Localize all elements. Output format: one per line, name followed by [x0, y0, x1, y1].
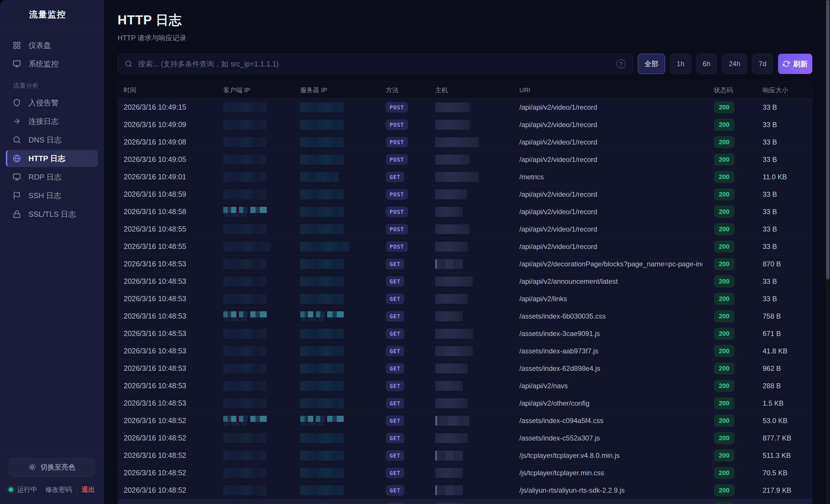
sidebar-item-intrusion-alerts[interactable]: 入侵告警 — [6, 94, 98, 111]
table-row[interactable]: 2026/3/16 10:48:53 GET /api/api/v2/navs … — [118, 377, 812, 395]
scrollbar-thumb[interactable] — [826, 0, 829, 279]
row-time: 2026/3/16 10:48:59 — [124, 190, 223, 198]
col-method: 方法 — [386, 86, 435, 95]
client-ip-redacted — [223, 172, 266, 182]
table-row[interactable]: 2026/3/16 10:48:59 POST /api/api/v2/vide… — [118, 186, 812, 203]
sidebar-item-label: SSL/TLS 日志 — [28, 209, 76, 220]
table-row[interactable]: 2026/3/16 10:49:08 POST /api/api/v2/vide… — [118, 133, 812, 151]
logout-link[interactable]: 退出 — [82, 485, 95, 494]
search-box[interactable]: ? — [118, 54, 633, 74]
sidebar-item-rdp-logs[interactable]: RDP 日志 — [6, 169, 98, 186]
row-size: 962 B — [751, 364, 806, 373]
client-ip-redacted — [223, 450, 266, 461]
row-time: 2026/3/16 10:48:53 — [124, 329, 223, 338]
row-uri: /js/aliyun-rts/aliyun-rts-sdk-2.2.9.js — [519, 486, 702, 495]
table-row[interactable]: 2026/3/16 10:48:53 GET /assets/index-6b0… — [118, 308, 812, 325]
method-badge: GET — [386, 276, 404, 287]
status-badge: 200 — [714, 154, 734, 166]
table-row[interactable]: 2026/3/16 10:49:05 POST /api/api/v2/vide… — [118, 151, 812, 168]
sidebar-item-dns-logs[interactable]: DNS 日志 — [6, 131, 98, 148]
table-row[interactable]: 2026/3/16 10:48:52 GET /js/aliyun-rts/al… — [118, 482, 812, 499]
table-row[interactable]: 2026/3/16 10:48:52 GET /assets/index-c55… — [118, 430, 812, 447]
table-row[interactable]: 2026/3/16 10:48:52 GET /js/player/DPlaye… — [118, 499, 812, 504]
refresh-button[interactable]: 刷新 — [778, 54, 812, 74]
time-filter-7d[interactable]: 7d — [752, 54, 773, 74]
table-row[interactable]: 2026/3/16 10:49:01 GET /metrics 200 11.0… — [118, 168, 812, 186]
table-row[interactable]: 2026/3/16 10:49:15 POST /api/api/v2/vide… — [118, 99, 812, 116]
sidebar-item-http-logs[interactable]: HTTP 日志 — [6, 150, 98, 167]
help-icon[interactable]: ? — [616, 59, 626, 68]
row-time: 2026/3/16 10:49:01 — [124, 173, 223, 181]
host-redacted — [435, 276, 473, 287]
row-time: 2026/3/16 10:49:15 — [124, 103, 223, 111]
server-ip-redacted — [300, 381, 344, 391]
sidebar-item-system-monitor[interactable]: 系统监控 — [6, 56, 98, 72]
table-row[interactable]: 2026/3/16 10:48:53 GET /api/api/v2/other… — [118, 395, 812, 412]
time-filter-all[interactable]: 全部 — [638, 54, 665, 74]
table-row[interactable]: 2026/3/16 10:48:52 GET /js/tcplayer/tcpl… — [118, 447, 812, 464]
client-ip-redacted — [223, 346, 266, 356]
table-row[interactable]: 2026/3/16 10:48:52 GET /assets/index-c09… — [118, 412, 812, 430]
server-ip-redacted — [300, 468, 344, 478]
client-ip-redacted — [223, 485, 266, 495]
client-ip-redacted — [223, 137, 266, 147]
status-badge: 200 — [714, 432, 734, 444]
table-row[interactable]: 2026/3/16 10:48:53 GET /api/api/v2/decor… — [118, 255, 812, 273]
row-size: 33 B — [751, 190, 806, 198]
sidebar-item-label: HTTP 日志 — [28, 154, 65, 164]
sidebar-item-dashboard[interactable]: 仪表盘 — [6, 37, 98, 54]
host-redacted — [435, 398, 468, 408]
sidebar-item-label: 入侵告警 — [28, 98, 59, 108]
sidebar-item-connection-logs[interactable]: 连接日志 — [6, 113, 98, 130]
sidebar-item-ssh-logs[interactable]: SSH 日志 — [6, 187, 98, 204]
time-filter-6h[interactable]: 6h — [696, 54, 717, 74]
time-filter-24h[interactable]: 24h — [722, 54, 747, 74]
host-redacted — [435, 242, 468, 251]
row-size: 870 B — [751, 260, 806, 268]
table-row[interactable]: 2026/3/16 10:48:55 POST /api/api/v2/vide… — [118, 221, 812, 238]
client-ip-redacted — [223, 364, 266, 373]
server-ip-redacted — [300, 311, 344, 321]
row-time: 2026/3/16 10:48:53 — [124, 399, 223, 407]
table-row[interactable]: 2026/3/16 10:48:55 POST /api/api/v2/vide… — [118, 238, 812, 255]
time-filter-1h[interactable]: 1h — [670, 54, 691, 74]
host-redacted — [435, 294, 468, 304]
sidebar-item-ssl-tls-logs[interactable]: SSL/TLS 日志 — [6, 206, 98, 223]
row-size: 877.7 KB — [751, 434, 806, 442]
status-badge: 200 — [714, 119, 734, 131]
table-row[interactable]: 2026/3/16 10:49:09 POST /api/api/v2/vide… — [118, 116, 812, 133]
change-password-link[interactable]: 修改密码 — [45, 485, 72, 494]
row-uri: /api/api/v2/video/1/record — [519, 103, 702, 111]
row-time: 2026/3/16 10:48:53 — [124, 277, 223, 285]
col-server-ip: 服务器 IP — [300, 86, 386, 95]
server-ip-redacted — [300, 276, 344, 287]
table-row[interactable]: 2026/3/16 10:48:53 GET /assets/index-aab… — [118, 342, 812, 360]
search-input[interactable] — [138, 60, 611, 68]
status-badge: 200 — [714, 380, 734, 392]
host-redacted — [435, 120, 470, 130]
method-badge: GET — [386, 503, 404, 504]
row-uri: /api/api/v2/video/1/record — [519, 190, 702, 198]
client-ip-redacted — [223, 276, 266, 287]
table-row[interactable]: 2026/3/16 10:48:58 POST /api/api/v2/vide… — [118, 203, 812, 221]
table-row[interactable]: 2026/3/16 10:48:53 GET /api/api/v2/links… — [118, 290, 812, 308]
host-redacted — [435, 207, 463, 217]
col-time: 时间 — [124, 86, 223, 95]
host-redacted — [435, 416, 470, 426]
row-size: 758 B — [751, 312, 806, 320]
table-row[interactable]: 2026/3/16 10:48:53 GET /assets/index-62d… — [118, 360, 812, 377]
table-row[interactable]: 2026/3/16 10:48:53 GET /api/api/v2/annou… — [118, 273, 812, 290]
status-badge: 200 — [714, 171, 734, 183]
vertical-scrollbar[interactable] — [826, 0, 830, 504]
host-redacted — [435, 433, 468, 443]
row-size: 33 B — [751, 225, 806, 233]
method-badge: GET — [386, 329, 404, 339]
status-badge: 200 — [714, 467, 734, 479]
table-row[interactable]: 2026/3/16 10:48:52 GET /js/tcplayer/tcpl… — [118, 464, 812, 482]
theme-toggle-button[interactable]: 切换至亮色 — [9, 458, 95, 476]
row-uri: /api/api/v2/other/config — [519, 399, 702, 407]
row-uri: /assets/index-3cae9091.js — [519, 330, 702, 338]
col-uri: URI — [519, 87, 702, 94]
status-badge: 200 — [714, 328, 734, 340]
table-row[interactable]: 2026/3/16 10:48:53 GET /assets/index-3ca… — [118, 325, 812, 342]
